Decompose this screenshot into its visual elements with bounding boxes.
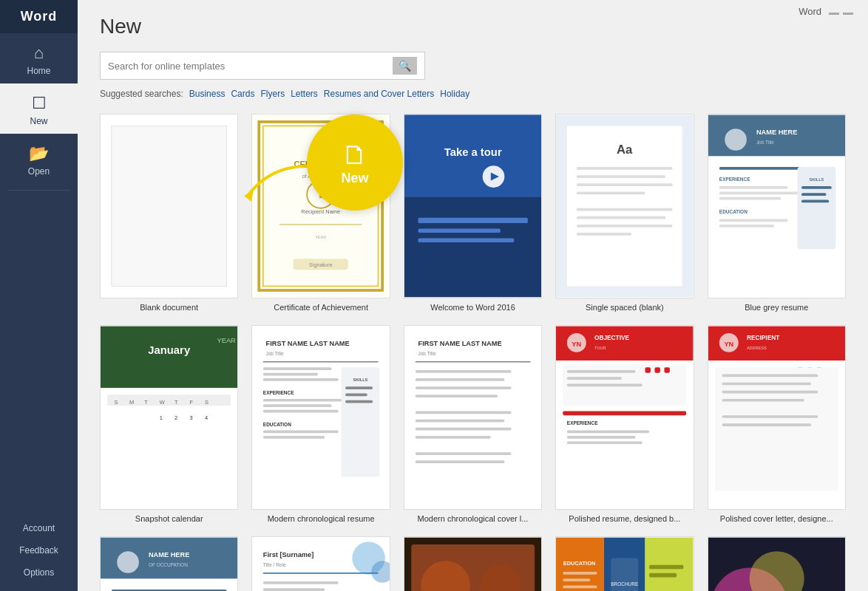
svg-text:BROCHURE: BROCHURE [611,581,639,586]
svg-rect-28 [577,183,673,186]
word-label: Word [799,6,821,17]
template-label-blue-grey-resume: Blue grey resume [745,303,808,312]
template-label-polished-resume: Polished resume, designed b... [569,514,680,523]
svg-rect-51 [801,200,829,203]
svg-rect-26 [577,167,673,170]
svg-text:Aa: Aa [617,143,633,157]
svg-rect-85 [345,386,373,389]
svg-rect-135 [722,423,811,426]
template-thumb-blue-spheres-resume: First [Surname] Title / Role EXPERIENCE … [251,536,390,591]
svg-rect-190 [649,573,677,578]
sidebar-item-account[interactable]: Account [0,517,78,539]
svg-rect-30 [577,208,673,211]
svg-text:NAME HERE: NAME HERE [756,129,797,136]
svg-text:3: 3 [190,414,193,421]
sidebar-item-open[interactable]: 📂 Open [0,134,78,184]
template-label-word-tour: Welcome to Word 2016 [430,303,515,312]
annotation-label: New [341,171,368,186]
sidebar-item-home[interactable]: ⌂ Home [0,33,78,83]
window-controls [829,8,853,15]
sidebar-item-new[interactable]: ☐ New [0,83,78,134]
svg-rect-94 [416,386,512,389]
suggested-business[interactable]: Business [189,89,226,99]
svg-text:Job Title: Job Title [266,350,284,355]
svg-rect-111 [567,383,642,386]
svg-text:EXPERIENCE: EXPERIENCE [719,177,750,182]
svg-text:YEAR: YEAR [316,235,327,239]
svg-rect-185 [563,578,590,581]
svg-text:Signature: Signature [309,262,333,268]
svg-rect-53 [101,327,237,388]
svg-rect-109 [567,370,636,373]
svg-text:YEAR: YEAR [217,337,237,344]
svg-rect-93 [416,378,505,381]
template-blue-grey-resume[interactable]: NAME HERE Job Title EXPERIENCE EDUCATION… [708,114,846,312]
suggested-flyers[interactable]: Flyers [260,89,285,99]
template-blue-grey-cover[interactable]: NAME HERE OF OCCUPATION Blue grey cover … [100,536,238,591]
template-education-brochure[interactable]: EDUCATION BROCHURE Organization Name/Log… [555,536,694,591]
sidebar-bottom: Account Feedback Options [0,517,78,591]
template-thumb-polished-resume: YN OBJECTIVE TOUR EXPERIENCE [555,325,694,510]
svg-rect-21 [418,229,500,233]
svg-text:M: M [129,399,134,406]
template-thumb-vivid-event: EVENT SERIES NAME Organization Name/Logo [708,536,846,591]
open-icon: 📂 [29,144,49,163]
sidebar-item-options[interactable]: Options [0,561,78,584]
template-single-spaced[interactable]: Aa Single spaced (blank) [555,114,694,312]
template-thumb-restaurant-brochure: HEADLINE TITLE Restaurant Name [404,536,542,591]
svg-rect-133 [722,399,804,402]
template-label-polished-cover: Polished cover letter, designe... [720,514,833,523]
svg-rect-83 [342,367,380,476]
annotation-circle: 🗋 New [307,115,403,211]
svg-text:2: 2 [174,414,177,421]
svg-rect-87 [345,400,373,403]
suggested-letters[interactable]: Letters [291,89,318,99]
suggested-holiday[interactable]: Holiday [440,89,469,99]
template-polished-cover[interactable]: YN RECIPIENT ADDRESS Polished cover lett… [708,325,846,523]
svg-rect-189 [649,564,683,569]
suggested-resumes[interactable]: Resumes and Cover Letters [324,89,434,99]
svg-rect-186 [563,585,597,588]
svg-text:1: 1 [160,414,163,421]
svg-rect-115 [563,411,686,415]
svg-text:EDUCATION: EDUCATION [563,559,595,566]
template-vivid-event[interactable]: EVENT SERIES NAME Organization Name/Logo… [708,536,846,591]
suggested-cards[interactable]: Cards [231,89,254,99]
svg-rect-92 [416,370,512,373]
minimize-btn[interactable] [829,13,839,15]
svg-rect-75 [263,378,339,381]
maximize-btn[interactable] [843,13,853,15]
svg-rect-27 [577,175,666,178]
svg-point-138 [117,551,139,573]
svg-rect-32 [577,225,673,228]
svg-text:Job Title: Job Title [756,140,773,145]
template-thumb-single-spaced: Aa [555,114,694,298]
template-polished-resume[interactable]: YN OBJECTIVE TOUR EXPERIENCE [555,325,694,523]
template-thumb-education-brochure: EDUCATION BROCHURE Organization Name/Log… [555,536,694,591]
search-input[interactable] [108,61,393,72]
template-word-tour[interactable]: Take a tour Welcome to Word 2016 [404,114,542,312]
sidebar-item-feedback[interactable]: Feedback [0,539,78,561]
svg-text:W: W [160,399,165,406]
search-bar: 🔍 [100,52,425,80]
template-blue-spheres-resume[interactable]: First [Surname] Title / Role EXPERIENCE … [251,536,390,591]
svg-text:YN: YN [724,341,733,348]
search-button[interactable]: 🔍 [393,57,417,75]
template-modern-chron-resume[interactable]: FIRST NAME LAST NAME Job Title EXPERIENC… [251,325,390,523]
svg-text:YN: YN [572,341,582,348]
svg-rect-156 [263,588,325,591]
svg-rect-97 [416,420,505,423]
svg-text:OBJECTIVE: OBJECTIVE [594,334,630,341]
template-restaurant-brochure[interactable]: HEADLINE TITLE Restaurant Name Restauran… [404,536,542,591]
svg-rect-131 [722,383,811,386]
template-label-snapshot-cal: Snapshot calendar [135,514,203,523]
svg-rect-73 [263,367,332,370]
svg-rect-100 [416,452,512,455]
svg-rect-112 [645,367,651,372]
svg-text:NAME HERE: NAME HERE [149,550,190,558]
template-blank[interactable]: Blank document [100,114,238,312]
template-thumb-blue-grey-resume: NAME HERE Job Title EXPERIENCE EDUCATION… [708,114,846,298]
template-snapshot-cal[interactable]: January YEAR S M T W T F S 1 2 3 4 S [100,325,238,523]
svg-rect-98 [416,428,512,431]
template-modern-chron-cover[interactable]: FIRST NAME LAST NAME Job Title Modern ch… [404,325,542,523]
